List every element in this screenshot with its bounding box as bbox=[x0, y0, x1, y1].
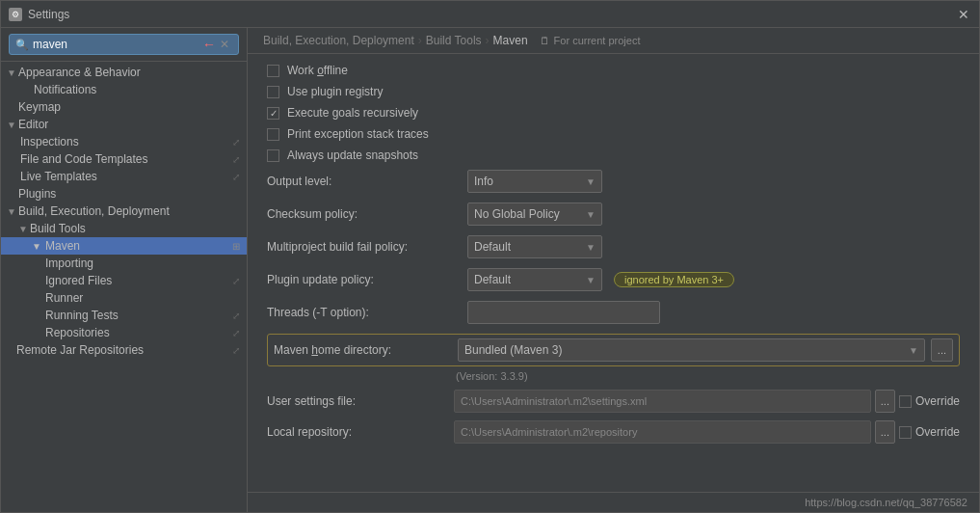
sidebar: 🔍 ← ✕ ▼ Appearance & Behavior Notificati… bbox=[1, 28, 248, 512]
threads-input[interactable] bbox=[467, 301, 660, 324]
external-icon: ⤢ bbox=[229, 152, 243, 166]
multiproject-fail-row: Multiproject build fail policy: Default … bbox=[267, 235, 960, 258]
execute-goals-row: Execute goals recursively bbox=[267, 106, 960, 120]
project-tag: 🗒 For current project bbox=[540, 35, 641, 46]
breadcrumb-part-3[interactable]: Maven bbox=[493, 34, 528, 47]
search-arrow-icon: ← bbox=[202, 37, 216, 52]
sidebar-item-notifications[interactable]: Notifications bbox=[1, 81, 247, 98]
sidebar-item-label: Maven bbox=[45, 239, 80, 253]
multiproject-fail-value: Default bbox=[474, 240, 582, 254]
search-clear-icon[interactable]: ✕ bbox=[220, 38, 229, 51]
breadcrumb-sep-1: › bbox=[418, 34, 422, 47]
sidebar-item-file-code-templates[interactable]: File and Code Templates ⤢ bbox=[1, 150, 247, 168]
sidebar-item-inspections[interactable]: Inspections ⤢ bbox=[1, 133, 247, 150]
breadcrumb-part-2[interactable]: Build Tools bbox=[426, 34, 482, 47]
arrow-icon: ▼ bbox=[5, 68, 18, 78]
sidebar-item-appearance[interactable]: ▼ Appearance & Behavior bbox=[1, 64, 247, 81]
sidebar-item-running-tests[interactable]: Running Tests ⤢ bbox=[1, 307, 247, 324]
execute-goals-label[interactable]: Execute goals recursively bbox=[287, 106, 418, 120]
sidebar-item-ignored-files[interactable]: Ignored Files ⤢ bbox=[1, 272, 247, 289]
arrow-icon: ▼ bbox=[5, 120, 18, 130]
sidebar-item-label: Build Tools bbox=[30, 222, 86, 235]
search-input[interactable] bbox=[33, 38, 197, 51]
plugin-update-label: Plugin update policy: bbox=[267, 273, 460, 286]
sidebar-item-label: Running Tests bbox=[45, 309, 119, 322]
breadcrumb: Build, Execution, Deployment › Build Too… bbox=[248, 28, 979, 54]
sidebar-item-maven[interactable]: ▼ Maven ⊞ bbox=[1, 237, 247, 255]
sidebar-item-label: Live Templates bbox=[20, 170, 97, 183]
print-exception-label[interactable]: Print exception stack traces bbox=[287, 127, 429, 141]
ignored-badge: ignored by Maven 3+ bbox=[614, 272, 734, 287]
user-settings-input[interactable] bbox=[454, 390, 871, 413]
execute-goals-checkbox[interactable] bbox=[267, 107, 279, 120]
maven-home-row: Maven home directory: Bundled (Maven 3) … bbox=[267, 334, 960, 366]
print-exception-checkbox[interactable] bbox=[267, 128, 279, 141]
checksum-policy-row: Checksum policy: No Global Policy ▼ bbox=[267, 202, 960, 226]
bottom-bar: https://blog.csdn.net/qq_38776582 bbox=[248, 492, 979, 512]
settings-window: ⚙ Settings ✕ 🔍 ← ✕ ▼ Appearance & Behavi… bbox=[0, 0, 980, 513]
maven-home-browse-button[interactable]: ... bbox=[931, 338, 953, 362]
dropdown-arrow-icon: ▼ bbox=[586, 242, 596, 253]
user-settings-browse-button[interactable]: ... bbox=[875, 390, 895, 413]
local-repo-override-checkbox[interactable] bbox=[899, 426, 912, 439]
always-update-checkbox[interactable] bbox=[267, 149, 279, 162]
project-icon: 🗒 bbox=[540, 35, 550, 46]
local-repo-input[interactable] bbox=[454, 420, 871, 444]
breadcrumb-part-1[interactable]: Build, Execution, Deployment bbox=[263, 34, 414, 47]
multiproject-fail-dropdown[interactable]: Default ▼ bbox=[467, 235, 602, 258]
sidebar-item-repositories[interactable]: Repositories ⤢ bbox=[1, 324, 247, 341]
local-repo-browse-button[interactable]: ... bbox=[875, 420, 895, 444]
maven-home-value: Bundled (Maven 3) bbox=[464, 343, 905, 357]
dropdown-arrow-icon: ▼ bbox=[586, 209, 596, 220]
sidebar-item-keymap[interactable]: Keymap bbox=[1, 98, 247, 116]
sidebar-item-live-templates[interactable]: Live Templates ⤢ bbox=[1, 168, 247, 185]
sidebar-item-runner[interactable]: Runner bbox=[1, 289, 247, 307]
external-icon: ⤢ bbox=[229, 274, 243, 287]
bottom-link[interactable]: https://blog.csdn.net/qq_38776582 bbox=[805, 497, 967, 508]
work-offline-label[interactable]: Work offline bbox=[287, 64, 348, 77]
dropdown-arrow-icon: ▼ bbox=[909, 345, 918, 356]
plugin-update-value: Default bbox=[474, 273, 582, 286]
arrow-icon: ▼ bbox=[16, 224, 30, 234]
external-icon: ⤢ bbox=[229, 326, 243, 339]
use-plugin-registry-row: Use plugin registry bbox=[267, 85, 960, 98]
sidebar-item-plugins[interactable]: Plugins bbox=[1, 185, 247, 202]
user-settings-row: User settings file: ... Override bbox=[267, 390, 960, 413]
sidebar-item-label: Build, Execution, Deployment bbox=[18, 204, 170, 218]
sidebar-item-label: Ignored Files bbox=[45, 274, 112, 287]
threads-row: Threads (-T option): bbox=[267, 301, 960, 324]
local-repo-override-label: Override bbox=[915, 425, 960, 439]
use-plugin-registry-label[interactable]: Use plugin registry bbox=[287, 85, 383, 98]
user-settings-label: User settings file: bbox=[267, 394, 450, 408]
close-button[interactable]: ✕ bbox=[956, 7, 971, 22]
sidebar-item-build-exec-deploy[interactable]: ▼ Build, Execution, Deployment bbox=[1, 202, 247, 220]
maven-home-dropdown[interactable]: Bundled (Maven 3) ▼ bbox=[458, 338, 925, 362]
checksum-policy-label: Checksum policy: bbox=[267, 207, 460, 221]
search-input-wrap[interactable]: 🔍 ← ✕ bbox=[9, 34, 239, 55]
external-icon: ⤢ bbox=[229, 135, 243, 148]
version-text: (Version: 3.3.9) bbox=[267, 370, 960, 382]
work-offline-checkbox[interactable] bbox=[267, 65, 279, 77]
arrow-icon: ▼ bbox=[30, 241, 43, 252]
user-settings-override-label: Override bbox=[915, 394, 960, 408]
plugin-update-dropdown[interactable]: Default ▼ bbox=[467, 268, 602, 291]
checksum-policy-dropdown[interactable]: No Global Policy ▼ bbox=[467, 202, 602, 226]
sidebar-item-importing[interactable]: Importing bbox=[1, 255, 247, 272]
sidebar-item-editor[interactable]: ▼ Editor bbox=[1, 116, 247, 133]
sidebar-item-label: Plugins bbox=[18, 187, 56, 201]
sidebar-item-remote-jar-repos[interactable]: Remote Jar Repositories ⤢ bbox=[1, 341, 247, 359]
external-icon: ⤢ bbox=[229, 343, 243, 357]
always-update-label[interactable]: Always update snapshots bbox=[287, 148, 418, 162]
checksum-policy-value: No Global Policy bbox=[474, 207, 582, 221]
settings-icon: ⚙ bbox=[9, 8, 22, 21]
plugin-update-row: Plugin update policy: Default ▼ ignored … bbox=[267, 268, 960, 291]
threads-label: Threads (-T option): bbox=[267, 306, 460, 319]
breadcrumb-sep-2: › bbox=[486, 34, 490, 47]
local-repo-override: Override bbox=[899, 425, 960, 439]
user-settings-override-checkbox[interactable] bbox=[899, 395, 912, 408]
sidebar-tree: ▼ Appearance & Behavior Notifications Ke… bbox=[1, 62, 247, 512]
output-level-dropdown[interactable]: Info ▼ bbox=[467, 170, 602, 193]
use-plugin-registry-checkbox[interactable] bbox=[267, 86, 279, 98]
work-offline-row: Work offline bbox=[267, 64, 960, 77]
sidebar-item-build-tools[interactable]: ▼ Build Tools bbox=[1, 220, 247, 237]
